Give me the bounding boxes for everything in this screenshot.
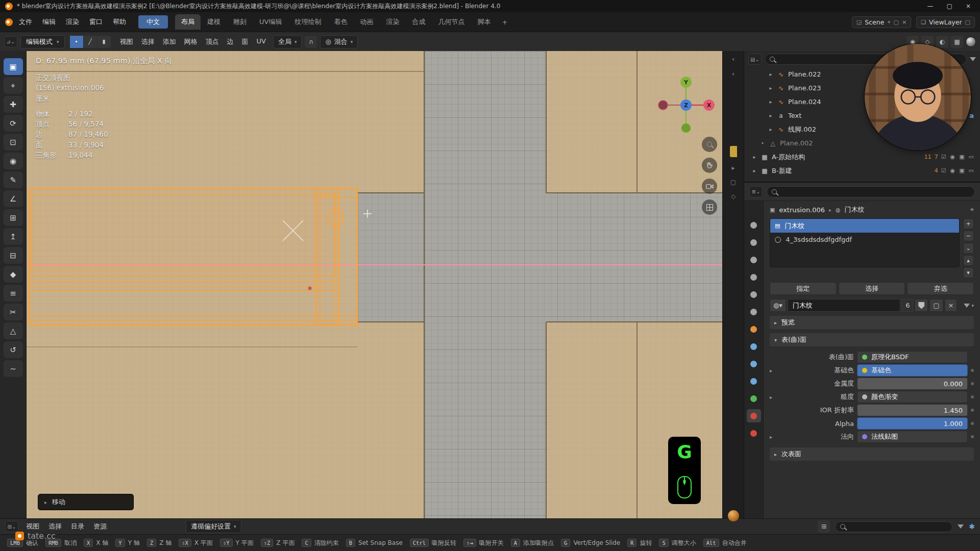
properties-tab[interactable] <box>747 427 761 440</box>
workspace-tab[interactable]: 着色 <box>328 14 353 30</box>
hide-viewport-icon[interactable]: ◉ <box>950 167 955 174</box>
blender-menu-icon[interactable] <box>5 18 13 26</box>
tool-button[interactable]: ⊡ <box>4 134 23 151</box>
properties-tab[interactable] <box>747 392 761 405</box>
checkbox-icon[interactable]: ☑ <box>941 167 946 174</box>
expand-arrow-icon[interactable]: ▸ <box>770 394 775 400</box>
property-control[interactable]: 原理化BSDF <box>857 351 968 363</box>
fake-user-icon[interactable] <box>915 299 928 312</box>
workspace-tab[interactable]: 脚本 <box>471 14 497 30</box>
shading-mode-icon[interactable] <box>966 37 976 47</box>
sidebar-tab-marker[interactable] <box>730 146 737 157</box>
expand-arrow-icon[interactable]: ▸ <box>768 85 774 91</box>
material-slot[interactable]: ◯ 4_3sdsdsdsdfgdfgdf <box>770 233 959 246</box>
keyframe-dot-icon[interactable] <box>971 369 974 372</box>
properties-tab[interactable] <box>747 305 761 318</box>
expand-arrow-icon[interactable]: ▸ <box>768 71 774 77</box>
window-control-button[interactable]: ▢ <box>947 3 952 10</box>
menu-item[interactable]: 窗口 <box>84 15 108 29</box>
pan-hand-icon[interactable] <box>702 158 717 173</box>
preview-section-header[interactable]: ▸ 预览 <box>770 316 974 329</box>
viewport-scene[interactable]: Y X Z <box>27 51 722 518</box>
mesh-select-mode-button[interactable]: ╱ <box>84 36 97 48</box>
object-name[interactable]: 线脚.002 <box>788 125 816 134</box>
property-control[interactable]: 基础色 <box>857 364 968 377</box>
tool-button[interactable]: ◉ <box>4 153 23 169</box>
properties-tab[interactable] <box>747 357 761 370</box>
workspace-tab[interactable]: 建模 <box>201 14 227 30</box>
filter-dropdown[interactable]: ▾ <box>964 303 974 308</box>
tool-button[interactable]: ≡ <box>4 285 23 302</box>
header-menu-item[interactable]: 网格 <box>180 35 202 48</box>
properties-tab[interactable] <box>747 218 761 232</box>
unlink-icon[interactable]: × <box>945 299 958 312</box>
mesh-select-mode-button[interactable]: ▮ <box>97 36 111 48</box>
camera-view-icon[interactable] <box>702 179 717 194</box>
expand-arrow-icon[interactable]: ▸ <box>770 368 775 373</box>
workspace-tab[interactable]: 动画 <box>354 14 379 30</box>
tool-button[interactable]: ↺ <box>4 341 23 358</box>
mode-select[interactable]: 编辑模式 ▾ <box>20 35 65 48</box>
menu-item[interactable]: 帮助 <box>108 15 131 29</box>
expand-arrow-icon[interactable]: ▸ <box>751 154 757 160</box>
keyframe-dot-icon[interactable] <box>971 435 974 438</box>
disable-render-icon[interactable]: ▭ <box>969 154 974 160</box>
grid-toggle-icon[interactable] <box>702 199 717 215</box>
disable-viewport-icon[interactable]: ▣ <box>959 154 964 160</box>
users-count-badge[interactable]: 6 <box>902 299 913 312</box>
menu-item[interactable]: 文件 <box>14 15 37 29</box>
expand-panel-icon[interactable]: ‹ <box>732 55 734 63</box>
tool-button[interactable]: ◆ <box>4 266 23 283</box>
header-menu-item[interactable]: 面 <box>238 35 253 48</box>
keyframe-dot-icon[interactable] <box>971 409 974 412</box>
tool-button[interactable]: △ <box>4 322 23 339</box>
snap-magnet-icon[interactable]: ∩ <box>305 36 317 48</box>
property-control[interactable]: 法线贴图 <box>857 431 968 443</box>
slot-list-button[interactable]: ▾ <box>963 267 974 278</box>
viewport-toggle-icon[interactable]: ◐ <box>936 36 948 48</box>
object-name[interactable]: B-新建 <box>772 166 792 176</box>
slot-list-button[interactable]: ▴ <box>963 255 974 266</box>
properties-tab[interactable] <box>747 288 761 301</box>
viewport-toggle-icon[interactable]: ▦ <box>951 36 963 48</box>
header-menu-item[interactable]: 边 <box>223 35 238 48</box>
unlink-icon[interactable]: × <box>902 19 906 26</box>
gear-icon[interactable]: ✱ <box>969 522 975 531</box>
object-name[interactable]: A-原始结构 <box>772 153 805 162</box>
strip-icon[interactable]: ◇ <box>731 193 736 200</box>
transform-orientation-select[interactable]: 全局 ▾ <box>273 35 302 48</box>
object-name[interactable]: Plane.022 <box>788 70 821 78</box>
header-menu-item[interactable]: 视图 <box>116 35 137 48</box>
filter-icon[interactable] <box>970 57 976 61</box>
tool-button[interactable]: ⌖ <box>4 77 23 94</box>
expand-arrow-icon[interactable]: • <box>760 140 766 146</box>
expand-arrow-icon[interactable]: ▸ <box>768 99 774 105</box>
breadcrumb-material[interactable]: 门木纹 <box>845 205 865 214</box>
property-control[interactable]: 1.000 <box>857 417 968 430</box>
keyframe-dot-icon[interactable] <box>971 395 974 398</box>
viewport-3d[interactable]: Y X Z D: 67.95 mm (67.95 mm) 沿全局 X 向 正交顶… <box>27 51 744 518</box>
header-menu-item[interactable]: 顶点 <box>202 35 223 48</box>
tool-button[interactable]: ▣ <box>4 58 23 75</box>
assign-button[interactable]: 弃选 <box>907 282 974 295</box>
subsurface-section-header[interactable]: ▸ 次表面 <box>770 447 974 461</box>
assign-button[interactable]: 选择 <box>839 282 905 295</box>
asset-search-input[interactable] <box>835 521 952 532</box>
zoom-icon[interactable] <box>702 137 717 152</box>
properties-tab[interactable] <box>747 340 761 353</box>
display-mode-icon[interactable]: ⊞ <box>818 520 830 533</box>
tool-button[interactable]: ∼ <box>4 360 23 377</box>
language-button[interactable]: 中文 <box>138 15 168 29</box>
pin-icon[interactable]: ⌖ <box>970 206 974 214</box>
disable-viewport-icon[interactable]: ▣ <box>959 167 964 174</box>
filter-icon[interactable] <box>958 524 964 529</box>
keyframe-dot-icon[interactable] <box>971 382 974 385</box>
properties-tab[interactable] <box>747 236 761 249</box>
expand-arrow-icon[interactable]: ▸ <box>751 168 757 173</box>
expand-arrow-icon[interactable]: ▸ <box>768 127 774 132</box>
workspace-tab[interactable]: 合成 <box>406 14 431 30</box>
tool-button[interactable]: ⊞ <box>4 209 23 226</box>
workspace-tab[interactable]: 布局 <box>175 14 201 30</box>
copy-icon[interactable]: ▢ <box>965 19 970 26</box>
bottom-menu-item[interactable]: 目录 <box>66 520 89 533</box>
